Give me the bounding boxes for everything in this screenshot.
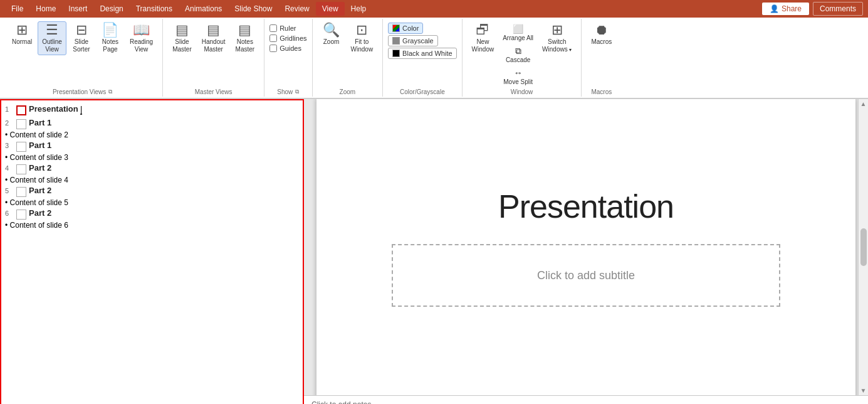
color-square-icon [392,24,400,32]
ruler-checkbox[interactable]: Ruler [269,24,296,33]
menu-insert[interactable]: Insert [62,2,93,16]
gridlines-input[interactable] [269,35,277,42]
slide-master-icon: ▤ [175,23,189,37]
arrange-all-icon: ⬜ [513,24,523,33]
slide-area: Presentation Click to add subtitle ▲ ▼ C… [304,99,868,404]
notes-master-button[interactable]: ▤ NotesMaster [231,21,259,55]
cascade-button[interactable]: ⧉ Cascade [499,45,536,65]
ribbon: ⊞ Normal ☰ OutlineView ⊟ SlideSorter 📄 N… [0,18,868,98]
show-expand-icon[interactable]: ⧉ [295,88,299,95]
window-label: Window [468,87,577,97]
move-split-button[interactable]: ↔ Move Split [499,66,536,87]
slide-master-button[interactable]: ▤ SlideMaster [168,21,196,55]
menu-review[interactable]: Review [278,2,315,16]
list-item: 6 Part 2 • Content of slide 6 [1,207,303,230]
fit-to-window-button[interactable]: ⊡ Fit toWindow [347,21,378,55]
comments-button[interactable]: Comments [813,2,863,16]
zoom-button[interactable]: 🔍 Zoom [318,21,345,48]
color-button[interactable]: Color [388,23,423,34]
normal-button[interactable]: ⊞ Normal [8,21,36,48]
guides-input[interactable] [269,45,277,52]
ruler-input[interactable] [269,24,277,32]
expand-icon[interactable]: ⧉ [108,88,112,95]
normal-icon: ⊞ [16,23,28,37]
menu-home[interactable]: Home [29,2,62,16]
handout-master-button[interactable]: ▤ HandoutMaster [197,21,230,55]
outline-view-button[interactable]: ☰ OutlineView [38,21,66,55]
ribbon-group-presentation-views: ⊞ Normal ☰ OutlineView ⊟ SlideSorter 📄 N… [3,19,163,97]
slide-subtitle-box[interactable]: Click to add subtitle [392,244,780,307]
slide-1-icon [16,105,26,115]
list-item[interactable]: 1 Presentation | [1,103,303,117]
menu-animations[interactable]: Animations [179,2,228,16]
scroll-up-button[interactable]: ▲ [860,100,867,107]
share-icon: 👤 [770,4,779,13]
master-views-buttons: ▤ SlideMaster ▤ HandoutMaster ▤ NotesMas… [168,20,259,87]
slide-3-title: Part 1 [29,141,51,150]
menu-bar: File Home Insert Design Transitions Anim… [0,0,868,18]
menu-view[interactable]: View [316,2,345,16]
reading-view-icon: 📖 [133,23,150,37]
slide-canvas-wrapper[interactable]: Presentation Click to add subtitle [304,99,868,395]
switch-windows-button[interactable]: ⊞ SwitchWindows ▾ [538,21,576,55]
grayscale-button[interactable]: Grayscale [388,35,438,46]
macros-buttons: ⏺ Macros [587,20,616,87]
slide-5-title: Part 2 [29,186,51,195]
cascade-icon: ⧉ [515,46,521,55]
slide-canvas[interactable]: Presentation Click to add subtitle [316,99,855,395]
new-window-button[interactable]: 🗗 NewWindow [468,21,499,55]
ribbon-group-show: Ruler Gridlines Guides Show ⧉ [264,19,312,97]
window-buttons: 🗗 NewWindow ⬜ Arrange All ⧉ Cascade ↔ Mo… [468,20,577,87]
title-bar-right: 👤 Share Comments [762,2,863,16]
list-item: 2 Part 1 • Content of slide 2 [1,117,303,139]
guides-checkbox[interactable]: Guides [269,44,301,53]
slide-4-icon [16,164,26,174]
master-views-label: Master Views [168,87,259,97]
presentation-views-buttons: ⊞ Normal ☰ OutlineView ⊟ SlideSorter 📄 N… [8,20,157,87]
ribbon-group-color: Color Grayscale Black and White Color/Gr… [383,19,462,97]
reading-view-button[interactable]: 📖 ReadingView [125,21,157,55]
slide-6-title: Part 2 [29,208,51,218]
notes-master-icon: ▤ [238,23,251,37]
slide-4-title: Part 2 [29,163,51,173]
slide-6-icon [16,210,26,220]
slide-subtitle-placeholder: Click to add subtitle [537,269,635,282]
notes-page-icon: 📄 [102,23,118,37]
ribbon-group-window: 🗗 NewWindow ⬜ Arrange All ⧉ Cascade ↔ Mo… [463,19,582,97]
window-small-buttons: ⬜ Arrange All ⧉ Cascade ↔ Move Split [499,21,536,87]
notes-page-button[interactable]: 📄 NotesPage [97,21,124,55]
main-area: 1 Presentation | 2 Part 1 • Content of s… [0,99,868,404]
black-and-white-button[interactable]: Black and White [388,48,456,59]
color-buttons: Color Grayscale Black and White [388,20,456,87]
zoom-label: Zoom [318,87,378,97]
scroll-thumb[interactable] [860,228,867,266]
notes-placeholder: Click to add notes [311,400,371,405]
gridlines-checkbox[interactable]: Gridlines [269,34,306,43]
menu-design[interactable]: Design [93,2,129,16]
move-split-icon: ↔ [514,68,523,77]
menu-slideshow[interactable]: Slide Show [228,2,278,16]
menu-transitions[interactable]: Transitions [130,2,179,16]
slide-5-icon [16,187,26,197]
slide-title: Presentation [498,188,674,225]
slide-4-content: • Content of slide 4 [1,176,303,184]
notes-bar[interactable]: Click to add notes [304,395,868,404]
show-checkboxes: Ruler Gridlines Guides [269,20,306,87]
new-window-icon: 🗗 [476,23,489,37]
share-button[interactable]: 👤 Share [762,3,809,15]
vertical-scrollbar[interactable]: ▲ ▼ [858,99,868,395]
switch-windows-icon: ⊞ [552,23,563,37]
ribbon-group-zoom: 🔍 Zoom ⊡ Fit toWindow Zoom [313,19,384,97]
macros-button[interactable]: ⏺ Macros [587,21,616,48]
menu-help[interactable]: Help [345,2,373,16]
slide-2-content: • Content of slide 2 [1,130,303,139]
arrange-all-button[interactable]: ⬜ Arrange All [499,23,536,43]
slide-5-content: • Content of slide 5 [1,198,303,207]
outline-panel[interactable]: 1 Presentation | 2 Part 1 • Content of s… [0,99,304,404]
zoom-icon: 🔍 [323,23,340,37]
slide-sorter-button[interactable]: ⊟ SlideSorter [68,21,95,55]
grayscale-square-icon [392,37,400,45]
scroll-down-button[interactable]: ▼ [860,387,867,394]
ribbon-group-master-views: ▤ SlideMaster ▤ HandoutMaster ▤ NotesMas… [163,19,264,97]
menu-file[interactable]: File [5,2,29,16]
